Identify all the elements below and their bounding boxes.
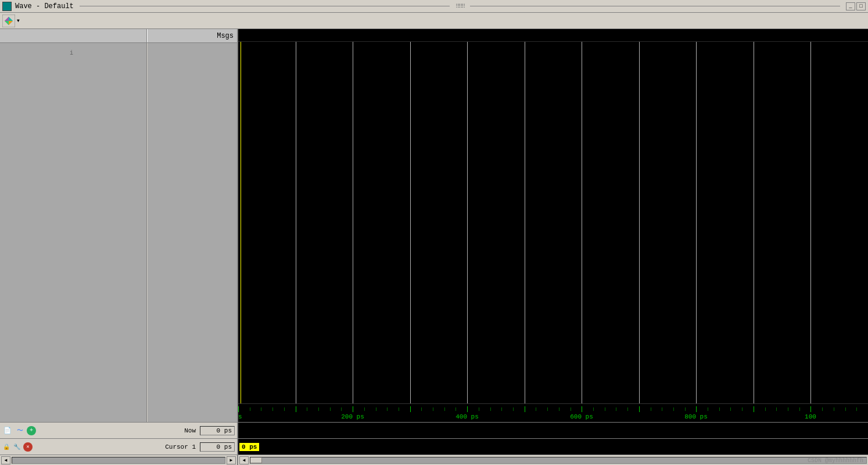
file-icon-button[interactable]: 📄 [2,425,13,436]
tick-label: 100 [805,413,816,420]
tick-mark [547,407,548,411]
tick-mark [845,407,846,411]
tick-mark [742,407,743,411]
tick-mark [754,406,754,412]
content-area: Msgs i ps200 ps400 [0,29,868,422]
tick-mark [593,407,594,411]
tick-mark [776,407,777,411]
tick-label: 800 ps [684,413,708,420]
title-bar-icon [2,2,12,11]
h-scrollbar-right: ◀ [238,455,868,465]
scroll-right-button-left[interactable]: ▶ [227,456,236,464]
grid-line [525,42,525,403]
wave-panel[interactable]: ps200 ps400 ps600 ps800 ps100 [238,29,868,422]
tick-mark [353,406,353,412]
wave-header-strip [238,29,868,42]
status-section: 📄 〜 + Now 0 ps 🔒 🔧 ✕ [0,422,868,455]
status-row-right-now [238,423,868,438]
tick-mark [250,407,250,411]
tick-mark [765,407,766,411]
toolbar-dropdown-arrow[interactable]: ▼ [16,18,21,23]
tick-mark [455,407,456,411]
tick-mark [525,406,525,412]
tick-mark [834,407,834,411]
h-scrollbar-left: ◀ ▶ [0,455,238,465]
msgs-column-header: Msgs [147,29,237,42]
tick-mark [788,407,788,411]
scroll-thumb[interactable] [250,457,262,463]
wave-area[interactable] [238,42,868,403]
signals-column-header [0,29,147,42]
toolbar-icon-group: ▼ [2,15,21,27]
maximize-button[interactable]: □ [856,2,866,10]
tick-mark [822,407,823,411]
status-row-now: 📄 〜 + Now 0 ps [0,422,868,438]
tick-mark [307,407,307,411]
tick-label: 400 ps [455,413,479,420]
timeline-ruler: ps200 ps400 ps600 ps800 ps100 [238,403,868,422]
tick-mark [582,406,582,412]
tick-mark [433,407,433,411]
tick-mark [296,406,296,412]
tick-mark [318,407,319,411]
rainbow-icon[interactable] [2,15,15,27]
scroll-left-button[interactable]: ◀ [1,456,10,464]
tick-mark [673,407,674,411]
tick-mark [696,406,697,412]
tick-mark [685,407,686,411]
grid-line [754,42,754,403]
tick-mark [364,407,365,411]
tick-mark [341,407,342,411]
tick-mark [719,407,720,411]
left-panel-body: i [0,43,237,422]
cursor-time-tag: 0 ps [239,443,259,451]
status-row-cursor: 🔒 🔧 ✕ Cursor 1 0 ps 0 ps [0,438,868,455]
remove-cursor-button[interactable]: ✕ [23,442,33,452]
scroll-track-left[interactable] [12,457,225,464]
tick-label: 600 ps [570,413,593,420]
tick-label: ps [238,413,242,420]
signal-list-area[interactable]: i [0,43,147,422]
tick-mark [376,407,376,411]
tick-mark [856,407,857,411]
tick-mark [708,407,708,411]
resize-handle[interactable]: ⠿⠿⠿ [455,3,464,10]
signal-hint: i [70,50,73,56]
cursor-line [241,42,241,403]
title-bar-divider [80,6,450,6]
scroll-track-wave[interactable] [250,457,867,464]
tick-mark [730,407,731,411]
tick-mark [616,407,616,411]
wave-icon-button[interactable]: 〜 [15,425,25,436]
tick-mark [330,407,331,411]
grid-line [410,42,411,403]
grid-line [696,42,697,403]
add-signal-button[interactable]: + [27,426,36,435]
grid-line [296,42,296,403]
tick-mark [238,406,239,412]
tick-mark [421,407,422,411]
title-bar-text: Wave - Default [15,2,74,10]
title-bar-divider2 [470,6,840,6]
main-container: ▼ Msgs i [0,13,868,465]
tick-mark [501,407,502,411]
tick-mark [467,406,468,412]
tick-mark [261,407,261,411]
grid-line [467,42,468,403]
tick-mark [479,407,479,411]
minimize-button[interactable]: _ [846,2,855,10]
tick-mark [799,407,800,411]
watermark: CSDN @myhhhhhhfh [808,457,863,464]
scroll-left-button-wave[interactable]: ◀ [239,456,249,464]
left-panel-header: Msgs [0,29,237,43]
tick-mark [559,407,559,411]
tick-mark [605,407,605,411]
tick-label: 200 ps [341,413,364,420]
status-row-left-cursor: 🔒 🔧 ✕ Cursor 1 0 ps [0,439,238,455]
grid-line [582,42,582,403]
toolbar: ▼ [0,13,868,29]
tick-mark [627,407,628,411]
grid-line [353,42,353,403]
wrench-icon-button[interactable]: 🔧 [12,442,21,452]
tick-mark [662,407,662,411]
